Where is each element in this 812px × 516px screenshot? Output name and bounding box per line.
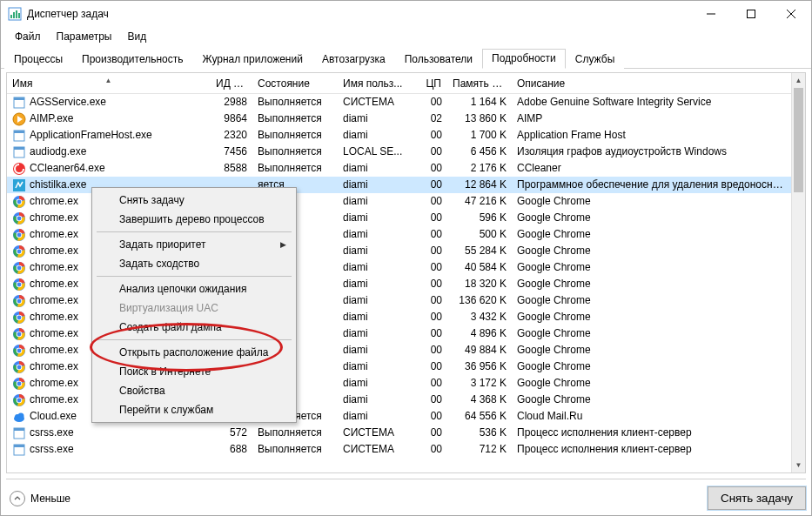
process-cpu: 00 [416,160,447,177]
process-memory: 47 216 K [447,193,512,210]
svg-rect-90 [14,445,24,447]
process-icon [12,410,26,424]
process-memory: 64 556 K [447,408,512,425]
process-pid: 2988 [211,94,252,111]
process-pid: 9864 [211,111,252,127]
col-header-cpu[interactable]: ЦП [416,77,447,90]
process-memory: 2 176 K [447,160,512,177]
context-menu-item[interactable]: Задать приоритет▶ [95,235,293,254]
vertical-scrollbar[interactable]: ▲ ▼ [791,73,805,472]
context-menu-item[interactable]: Анализ цепочки ожидания [95,279,293,298]
context-menu-item[interactable]: Создать файл дампа [95,318,293,337]
context-menu-item[interactable]: Открыть расположение файла [95,343,293,362]
process-cpu: 00 [416,425,447,441]
process-user: diami [338,408,416,425]
process-icon [12,344,26,358]
svg-point-68 [17,348,22,352]
tab-startup[interactable]: Автозагрузка [312,50,395,69]
table-row[interactable]: CCleaner64.exe8588Выполняетсяdiami002 17… [7,160,791,177]
process-icon [12,129,26,143]
context-menu-item[interactable]: Задать сходство [95,254,293,273]
process-state: Выполняется [252,160,338,177]
maximize-button[interactable] [731,1,771,27]
close-button[interactable] [771,1,811,27]
process-description: Изоляция графов аудиоустройств Windows [512,144,791,160]
col-header-pid[interactable]: ИД п... [211,77,252,90]
minimize-button[interactable] [691,1,731,27]
menu-view[interactable]: Вид [120,29,153,44]
window-title: Диспетчер задач [27,8,691,20]
end-task-button[interactable]: Снять задачу [708,486,806,510]
context-menu-item[interactable]: Поиск в Интернете [95,362,293,381]
process-cpu: 00 [416,392,447,408]
process-description: Google Chrome [512,375,791,392]
process-name: chrome.ex [30,226,78,243]
process-description: Google Chrome [512,392,791,408]
scroll-down-arrow-icon[interactable]: ▼ [792,458,805,472]
process-name: chrome.ex [30,276,78,292]
submenu-arrow-icon: ▶ [280,240,286,249]
scrollbar-thumb[interactable] [794,88,803,192]
col-header-user[interactable]: Имя польз... [338,77,416,90]
table-row[interactable]: ApplicationFrameHost.exe2320Выполняетсяd… [7,127,791,144]
context-menu-item[interactable]: Снять задачу [95,191,293,210]
table-row[interactable]: csrss.exe688ВыполняетсяСИСТЕМА00712 KПро… [7,441,791,458]
process-name: chrome.ex [30,309,78,325]
process-icon [12,228,26,242]
process-description: Программное обеспечение для удаления вре… [512,177,791,193]
process-name: chrome.ex [30,359,78,375]
process-memory: 1 164 K [447,94,512,111]
sort-indicator-icon: ▲ [105,77,112,84]
context-menu-item[interactable]: Завершить дерево процессов [95,210,293,229]
process-icon [12,443,26,457]
col-header-description[interactable]: Описание [512,77,805,90]
process-icon [12,360,26,374]
col-header-name[interactable]: Имя ▲ [7,77,211,90]
process-icon [12,377,26,391]
process-user: diami [338,127,416,144]
process-cpu: 00 [416,375,447,392]
table-row[interactable]: AGSService.exe2988ВыполняетсяСИСТЕМА001 … [7,94,791,111]
svg-point-83 [17,398,22,402]
process-cpu: 00 [416,177,447,193]
process-name: chrome.ex [30,193,78,210]
process-state: Выполняется [252,111,338,127]
process-description: Google Chrome [512,210,791,226]
process-memory: 3 432 K [447,309,512,325]
svg-point-78 [17,381,22,385]
context-menu-item[interactable]: Свойства [95,381,293,400]
process-name: chrome.ex [30,292,78,309]
tab-details[interactable]: Подробности [482,49,566,69]
process-description: Процесс исполнения клиент-сервер [512,425,791,441]
process-pid: 8588 [211,160,252,177]
process-memory: 536 K [447,425,512,441]
process-state: Выполняется [252,94,338,111]
process-cpu: 00 [416,325,447,342]
process-memory: 49 884 K [447,342,512,359]
menu-options[interactable]: Параметры [50,29,119,44]
menu-file[interactable]: Файл [8,29,48,44]
col-header-memory[interactable]: Память (ч... [447,77,512,90]
context-menu-item[interactable]: Перейти к службам [95,400,293,419]
svg-rect-88 [14,428,24,431]
tab-app-history[interactable]: Журнал приложений [193,50,312,69]
col-header-state[interactable]: Состояние [252,77,338,90]
tab-services[interactable]: Службы [566,50,624,69]
table-row[interactable]: audiodg.exe7456ВыполняетсяLOCAL SE...006… [7,144,791,160]
svg-point-43 [17,265,22,270]
process-memory: 4 368 K [447,392,512,408]
process-description: Google Chrome [512,359,791,375]
process-memory: 55 284 K [447,243,512,259]
table-row[interactable]: csrss.exe572ВыполняетсяСИСТЕМА00536 KПро… [7,425,791,441]
process-icon [12,162,26,176]
table-row[interactable]: AIMP.exe9864Выполняетсяdiami0213 860 KAI… [7,111,791,127]
process-user: СИСТЕМА [338,441,416,458]
tab-processes[interactable]: Процессы [4,50,72,69]
tab-performance[interactable]: Производительность [72,50,192,69]
process-name: chrome.ex [30,375,78,392]
process-memory: 18 320 K [447,276,512,292]
scroll-up-arrow-icon[interactable]: ▲ [792,73,805,88]
fewer-details-button[interactable]: Меньше [6,489,74,508]
svg-rect-1 [10,15,12,18]
tab-users[interactable]: Пользователи [395,50,482,69]
